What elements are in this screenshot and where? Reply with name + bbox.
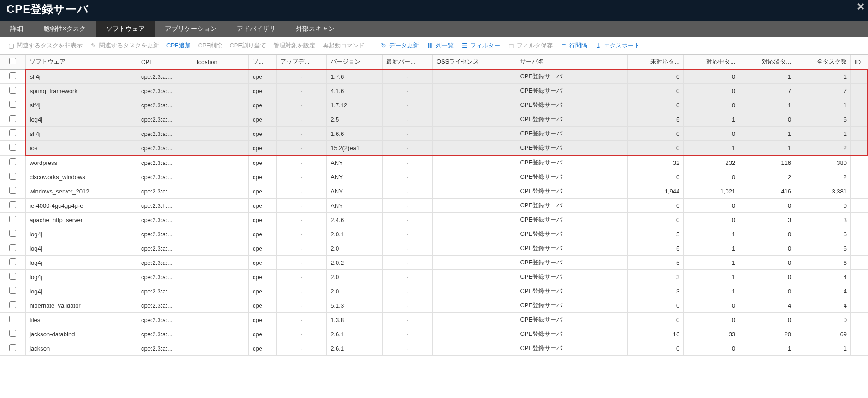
header-cpe[interactable]: CPE xyxy=(137,55,193,69)
cell xyxy=(0,69,26,84)
header-version[interactable]: バージョン xyxy=(327,55,383,69)
table-row[interactable]: slf4jcpe:2.3:a:...cpe-1.7.6-CPE登録サーバ0011 xyxy=(0,69,868,84)
table-row[interactable]: log4jcpe:2.3:a:...cpe-2.0.1-CPE登録サーバ5106 xyxy=(0,227,868,241)
row-checkbox[interactable] xyxy=(9,273,16,280)
table-row[interactable]: apache_http_servercpe:2.3:a:...cpe-2.4.6… xyxy=(0,213,868,227)
columns-button[interactable]: Ⅲ 列一覧 xyxy=(424,40,456,52)
row-checkbox[interactable] xyxy=(9,158,16,165)
close-icon[interactable]: ✕ xyxy=(855,1,866,13)
export-button[interactable]: ⤓ エクスポート xyxy=(592,40,643,52)
table-row[interactable]: slf4jcpe:2.3:a:...cpe-1.7.12-CPE登録サーバ001… xyxy=(0,98,868,112)
table-row[interactable]: log4jcpe:2.3:a:...cpe-2.0-CPE登録サーバ3104 xyxy=(0,270,868,284)
header-location[interactable]: location xyxy=(193,55,248,69)
cell-update: - xyxy=(277,98,327,112)
table-row[interactable]: hibernate_validatorcpe:2.3:a:...cpe-5.1.… xyxy=(0,298,868,313)
row-checkbox[interactable] xyxy=(9,101,16,108)
table-row[interactable]: spring_frameworkcpe:2.3:a:...cpe-4.1.6-C… xyxy=(0,84,868,98)
table-row[interactable]: ioscpe:2.3:a:...cpe-15.2(2)ea1-CPE登録サーバ0… xyxy=(0,141,868,156)
table-row[interactable]: windows_server_2012cpe:2.3:o:...cpe-ANY-… xyxy=(0,184,868,199)
row-checkbox[interactable] xyxy=(9,201,16,208)
filter-button[interactable]: ☰ フィルター xyxy=(458,40,503,52)
cell-unhandled: 0 xyxy=(628,199,684,213)
row-checkbox[interactable] xyxy=(9,72,16,79)
header-total[interactable]: 全タスク数 xyxy=(795,55,851,69)
header-source[interactable]: ソ... xyxy=(248,55,276,69)
cell-done: 7 xyxy=(739,84,795,98)
cell-total: 6 xyxy=(795,256,851,270)
cell-unhandled: 5 xyxy=(628,256,684,270)
tabs: 詳細脆弱性×タスクソフトウェアアプリケーションアドバイザリ外部スキャン xyxy=(0,21,868,37)
tab-アドバイザリ[interactable]: アドバイザリ xyxy=(227,21,286,37)
table-row[interactable]: log4jcpe:2.3:a:...cpe-2.0-CPE登録サーバ3104 xyxy=(0,284,868,298)
set-target-button[interactable]: 管理対象を設定 xyxy=(271,40,318,52)
select-all-checkbox[interactable] xyxy=(9,58,16,64)
header-update[interactable]: アップデ... xyxy=(277,55,327,69)
row-checkbox[interactable] xyxy=(9,129,16,136)
cell-latest: - xyxy=(383,270,433,284)
table-row[interactable]: jackson-databindcpe:2.3:a:...cpe-2.6.1-C… xyxy=(0,327,868,341)
cell-inprogress: 1 xyxy=(684,270,739,284)
tab-ソフトウェア[interactable]: ソフトウェア xyxy=(96,21,155,37)
cell-version: ANY xyxy=(327,184,383,199)
header-id[interactable]: ID xyxy=(851,55,868,69)
cell-done: 1 xyxy=(739,69,795,84)
table-row[interactable]: ie-4000-4gc4gp4g-ecpe:2.3:h:...cpe-ANY-C… xyxy=(0,199,868,213)
header-checkbox[interactable] xyxy=(0,55,26,69)
cell-update: - xyxy=(277,170,327,184)
row-checkbox[interactable] xyxy=(9,230,16,237)
header-done[interactable]: 対応済タ... xyxy=(739,55,795,69)
tab-アプリケーション[interactable]: アプリケーション xyxy=(155,21,227,37)
row-checkbox[interactable] xyxy=(9,301,16,308)
save-filter-button[interactable]: ◻ フィルタ保存 xyxy=(505,40,555,52)
row-checkbox[interactable] xyxy=(9,115,16,122)
table-row[interactable]: tilescpe:2.3:a:...cpe-1.3.8-CPE登録サーバ0000 xyxy=(0,313,868,327)
cell-total: 1 xyxy=(795,127,851,141)
header-latest[interactable]: 最新バー... xyxy=(383,55,433,69)
cell-latest: - xyxy=(383,298,433,313)
header-server[interactable]: サーバ名 xyxy=(516,55,628,69)
cell-source: cpe xyxy=(248,241,276,256)
row-spacing-button[interactable]: ≡ 行間隔 xyxy=(557,40,590,52)
row-checkbox[interactable] xyxy=(9,187,16,194)
cpe-add-button[interactable]: CPE追加 xyxy=(164,40,194,52)
cell-server: CPE登録サーバ xyxy=(516,256,628,270)
header-inprogress[interactable]: 対応中タ... xyxy=(684,55,739,69)
table-row[interactable]: wordpresscpe:2.3:a:...cpe-ANY-CPE登録サーバ32… xyxy=(0,155,868,170)
cell-id xyxy=(851,170,868,184)
table-row[interactable]: ciscoworks_windowscpe:2.3:a:...cpe-ANY-C… xyxy=(0,170,868,184)
row-checkbox[interactable] xyxy=(9,87,16,94)
cell-location xyxy=(193,256,248,270)
table-row[interactable]: log4jcpe:2.3:a:...cpe-2.0.2-CPE登録サーバ5106 xyxy=(0,256,868,270)
row-checkbox[interactable] xyxy=(9,244,16,251)
cpe-delete-button[interactable]: CPE削除 xyxy=(195,40,225,52)
table-row[interactable]: jacksoncpe:2.3:a:...cpe-2.6.1-CPE登録サーバ00… xyxy=(0,341,868,356)
row-checkbox[interactable] xyxy=(9,173,16,180)
cell-latest: - xyxy=(383,256,433,270)
row-checkbox[interactable] xyxy=(9,258,16,265)
cell-server: CPE登録サーバ xyxy=(516,69,628,84)
refresh-button[interactable]: ↻ データ更新 xyxy=(377,40,422,52)
row-checkbox[interactable] xyxy=(9,144,16,151)
hide-tasks-button[interactable]: ▢ 関連するタスクを非表示 xyxy=(5,40,85,52)
cell-server: CPE登録サーバ xyxy=(516,141,628,156)
row-checkbox[interactable] xyxy=(9,330,16,337)
header-oss[interactable]: OSSライセンス xyxy=(432,55,516,69)
row-checkbox[interactable] xyxy=(9,344,16,351)
cell-source: cpe xyxy=(248,270,276,284)
row-checkbox[interactable] xyxy=(9,216,16,222)
table-row[interactable]: log4jcpe:2.3:a:...cpe-2.0-CPE登録サーバ5106 xyxy=(0,241,868,256)
restart-cmd-button[interactable]: 再起動コマンド xyxy=(320,40,367,52)
tab-詳細[interactable]: 詳細 xyxy=(0,21,33,37)
cpe-assign-button[interactable]: CPE割り当て xyxy=(227,40,269,52)
bookmark-icon: ◻ xyxy=(508,42,515,49)
table-row[interactable]: slf4jcpe:2.3:a:...cpe-1.6.6-CPE登録サーバ0011 xyxy=(0,127,868,141)
row-checkbox[interactable] xyxy=(9,287,16,294)
header-software[interactable]: ソフトウェア xyxy=(26,55,137,69)
cell-source: cpe xyxy=(248,141,276,156)
tab-外部スキャン[interactable]: 外部スキャン xyxy=(286,21,345,37)
table-row[interactable]: log4jcpe:2.3:a:...cpe-2.5-CPE登録サーバ5106 xyxy=(0,112,868,127)
update-tasks-button[interactable]: ✎ 関連するタスクを更新 xyxy=(87,40,162,52)
tab-脆弱性×タスク[interactable]: 脆弱性×タスク xyxy=(33,21,96,37)
row-checkbox[interactable] xyxy=(9,316,16,322)
header-unhandled[interactable]: 未対応タ... xyxy=(628,55,684,69)
